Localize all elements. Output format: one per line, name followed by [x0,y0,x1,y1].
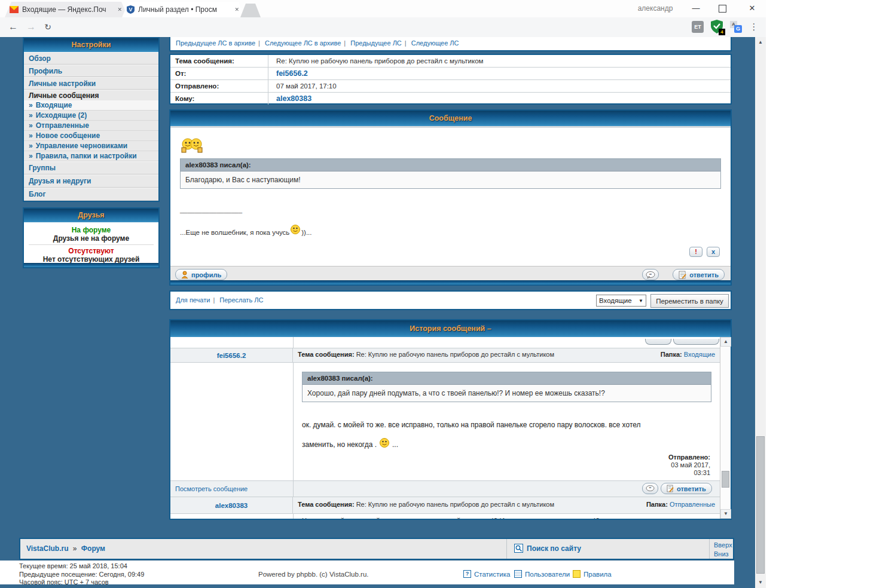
folder-select[interactable]: Входящие ▼ [596,295,646,307]
history-sent-label: Отправлено: [668,454,710,461]
history-scrollbar[interactable]: ▲ ▼ [720,337,731,519]
extension-et-icon[interactable]: ET [692,21,704,33]
friends-box-title: Друзья [24,209,158,222]
scrollbar-thumb[interactable] [722,471,729,488]
history-row-partial-top [170,337,720,348]
prev-pm-link[interactable]: Предыдущее ЛС [350,39,402,47]
sidebar-item-blog[interactable]: Блог [24,188,158,201]
site-search-label[interactable]: Поиск по сайту [527,544,581,553]
pm-nav-bar: Предыдущее ЛС в архиве| Следующее ЛС в а… [169,37,732,51]
forward-pm-link[interactable]: Переслать ЛС [219,296,263,304]
footer-rules[interactable]: Правила [573,570,612,578]
history-sent-time: 03:31 [668,469,710,477]
view-message-link[interactable]: Посмотреть сообщение [170,485,248,492]
print-link[interactable]: Для печати [176,296,210,304]
quote-button-partial[interactable] [645,339,671,345]
delete-button[interactable]: x [707,247,720,257]
rules-link[interactable]: Правила [584,571,612,578]
history-author-link[interactable]: fei5656.2 [170,348,293,362]
sidebar-item-outbox[interactable]: »Исходящие (2) [24,111,158,121]
friends-online-none: Друзья не на форуме [24,234,158,243]
folder-label: Папка: [661,351,682,358]
sidebar-item-overview[interactable]: Обзор [24,52,158,65]
statistics-link[interactable]: Статистика [474,571,510,578]
message-details-table: Тема сообщения: Re: Куплю не рабочую пан… [169,54,732,105]
tab-close-icon[interactable]: ✕ [116,7,123,13]
site-search[interactable]: Поиск по сайту [514,544,581,553]
back-icon[interactable]: ← [6,20,20,34]
sidebar-item-groups[interactable]: Группы [24,161,158,174]
scrollbar-thumb[interactable] [756,436,765,574]
browser-menu-icon[interactable]: ⋮ [747,20,760,34]
next-pm-archive-link[interactable]: Следующее ЛС в архиве [265,39,341,47]
sidebar-item-new-message[interactable]: »Новое сообщение [24,131,158,141]
sent-label: Отправлено: [170,80,268,92]
table-row: От: fei5656.2 [170,68,731,80]
new-tab-stub[interactable] [240,4,261,17]
footer-stats[interactable]: ? Статистика [463,570,510,578]
history-scroll-area: fei5656.2 Тема сообщения: Re: Куплю не р… [170,337,720,519]
browser-scrollbar[interactable]: ▲ ▼ [755,37,766,588]
timezone: Часовой пояс: UTC + 7 часов [19,578,144,587]
quote-author: alex80383 писал(а): [181,159,720,172]
separator: | [405,39,407,47]
browser-toolbar: ← → ↻ ⓘ www.vistaclub.ru/forum/ucp.php?i… [0,17,766,38]
scroll-up-icon[interactable]: ▲ [755,39,766,45]
reply-button-partial[interactable] [673,339,719,345]
history-folder-link[interactable]: Отправленные [670,501,715,508]
scroll-to-bottom-link[interactable]: Вниз [714,550,732,559]
last-visit: Предыдущее посещение: Сегодня, 09:49 [19,571,144,579]
prev-pm-archive-link[interactable]: Предыдущее ЛС в архиве [176,39,255,47]
chevron-down-icon: ▼ [639,298,643,304]
extension-translate-icon[interactable]: A G [730,21,742,33]
breadcrumb-site-link[interactable]: VistaClub.ru [26,544,68,553]
reload-icon[interactable]: ↻ [41,20,55,34]
signature: ...Еще не волшебник, я пока учусь ))... [180,225,312,236]
move-to-folder-button[interactable]: Переместить в папку [650,294,729,308]
scroll-down-icon[interactable]: ▼ [755,580,766,585]
history-row-header: fei5656.2 Тема сообщения: Re: Куплю не р… [170,348,720,363]
sidebar-item-personal-settings[interactable]: Личные настройки [24,77,158,90]
scroll-down-icon[interactable]: ▼ [720,509,731,519]
sidebar-item-inbox[interactable]: »Входящие [24,100,158,111]
window-maximize-button[interactable] [719,5,726,13]
current-time: Текущее время: 25 май 2018, 15:04 [19,562,144,571]
window-minimize-button[interactable]: — [687,2,705,15]
sidebar-item-label: Друзья и недруги [29,177,91,185]
subject-label: Тема сообщения: [170,55,268,67]
from-user-link[interactable]: fei5656.2 [268,69,308,78]
footer-users[interactable]: Пользователи [514,570,570,578]
history-author-link[interactable]: alex80383 [170,497,293,513]
reply-button[interactable]: ответить [661,483,712,494]
browser-tab-yandex-mail[interactable]: Входящие — Яндекс.Поч ✕ [5,2,128,17]
quote-button[interactable]: “ [642,483,658,494]
scroll-up-icon[interactable]: ▲ [720,337,731,347]
sidebar-item-drafts[interactable]: »Управление черновиками [24,141,158,151]
sidebar-item-rules-folders[interactable]: »Правила, папки и настройки [24,151,158,161]
forward-icon[interactable]: → [24,20,38,34]
quote-author: alex80383 писал(а): [303,372,711,385]
window-close-button[interactable]: ✕ [743,2,761,15]
report-button[interactable]: ! [689,247,702,257]
history-author-cell [170,363,294,480]
sidebar-item-label: Группы [29,164,56,172]
history-folder-link[interactable]: Входящие [684,351,715,358]
tab-close-icon[interactable]: ✕ [233,7,240,13]
extension-shield-icon[interactable]: 4 [711,20,723,33]
sidebar-item-profile[interactable]: Профиль [24,65,158,77]
sidebar-item-sent[interactable]: »Отправленные [24,121,158,131]
members-link[interactable]: Пользователи [525,571,570,578]
breadcrumb-forum-link[interactable]: Форум [81,544,105,553]
sidebar-item-label: Новое сообщение [36,131,100,140]
next-pm-link[interactable]: Следующее ЛС [411,39,459,47]
reply-button[interactable]: ответить [673,269,725,280]
sidebar-item-friends-foes[interactable]: Друзья и недруги [24,174,158,188]
sidebar-item-label: Личные настройки [29,79,96,88]
scroll-to-top-link[interactable]: Вверх [714,541,732,550]
divider [29,244,154,245]
quote-button[interactable]: “ [642,269,659,280]
footer: Текущее время: 25 май 2018, 15:04 Предыд… [0,561,734,584]
profile-button[interactable]: профиль [175,269,227,280]
browser-tab-vistaclub[interactable]: V Личный раздел • Просм ✕ [122,2,245,17]
to-user-link[interactable]: alex80383 [268,94,311,103]
